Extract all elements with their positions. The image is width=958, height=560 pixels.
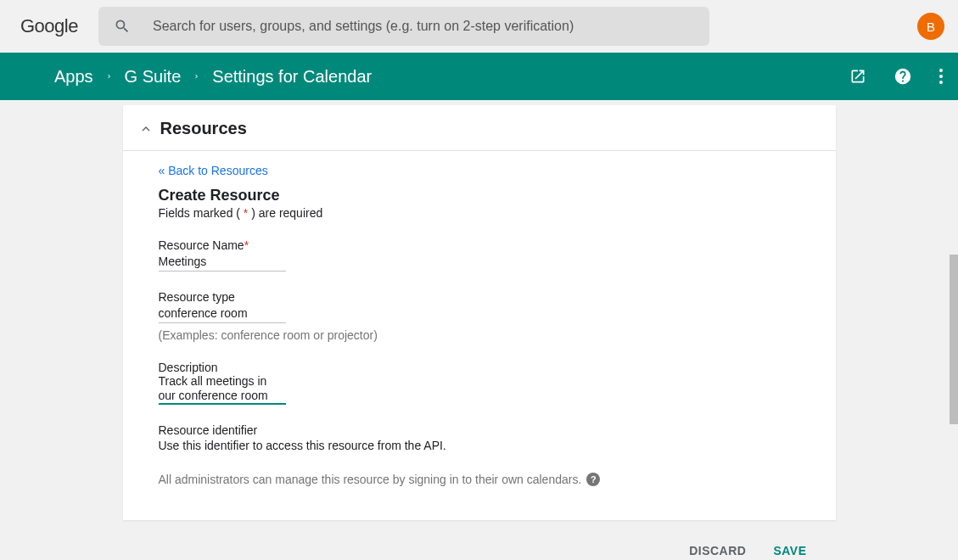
- help-tooltip-icon[interactable]: ?: [586, 473, 600, 486]
- card-body: « Back to Resources Create Resource Fiel…: [123, 151, 836, 520]
- avatar[interactable]: B: [917, 13, 944, 40]
- required-note: Fields marked ( * ) are required: [159, 206, 836, 220]
- breadcrumb: Apps G Suite Settings for Calendar: [54, 67, 372, 87]
- breadcrumb-apps[interactable]: Apps: [54, 67, 93, 87]
- field-resource-type: Resource type (Examples: conference room…: [159, 290, 836, 342]
- chevron-right-icon: [105, 70, 113, 82]
- search-icon: [114, 18, 131, 35]
- more-icon[interactable]: [939, 69, 943, 84]
- action-bar: DISCARD SAVE: [123, 520, 836, 557]
- description-label: Description: [159, 361, 836, 374]
- field-identifier: Resource identifier Use this identifier …: [159, 423, 836, 452]
- back-link[interactable]: « Back to Resources: [159, 164, 268, 177]
- menu-icon[interactable]: [15, 70, 32, 82]
- resource-type-label: Resource type: [159, 290, 836, 304]
- search-input[interactable]: [153, 19, 694, 34]
- resource-type-hint: (Examples: conference room or projector): [159, 328, 836, 342]
- field-resource-name: Resource Name*: [159, 238, 836, 272]
- discard-button[interactable]: DISCARD: [689, 544, 746, 557]
- card-header[interactable]: Resources: [123, 105, 836, 151]
- chevron-right-icon: [193, 70, 200, 82]
- resource-name-label: Resource Name*: [159, 238, 836, 252]
- search-bar[interactable]: [98, 7, 709, 46]
- form-title: Create Resource: [159, 187, 836, 204]
- identifier-label: Resource identifier: [159, 423, 836, 437]
- breadcrumb-gsuite[interactable]: G Suite: [125, 67, 182, 87]
- description-input[interactable]: [159, 374, 286, 405]
- resource-type-input[interactable]: [159, 304, 286, 323]
- scrollbar[interactable]: [950, 255, 958, 424]
- resources-card: Resources « Back to Resources Create Res…: [123, 105, 836, 520]
- top-bar: Google B: [0, 0, 958, 53]
- resource-name-input[interactable]: [159, 252, 286, 272]
- section-title: Resources: [160, 119, 247, 138]
- field-description: Description: [159, 361, 836, 405]
- admin-note: All administrators can manage this resou…: [159, 473, 836, 486]
- app-bar: Apps G Suite Settings for Calendar: [0, 53, 958, 100]
- save-button[interactable]: SAVE: [773, 544, 806, 557]
- apps-icon[interactable]: [885, 19, 900, 34]
- help-icon[interactable]: [894, 67, 912, 86]
- open-external-icon[interactable]: [849, 68, 866, 85]
- identifier-text: Use this identifier to access this resou…: [159, 439, 836, 452]
- google-logo: Google: [20, 15, 78, 37]
- breadcrumb-settings[interactable]: Settings for Calendar: [212, 67, 372, 87]
- chevron-up-icon: [138, 121, 154, 137]
